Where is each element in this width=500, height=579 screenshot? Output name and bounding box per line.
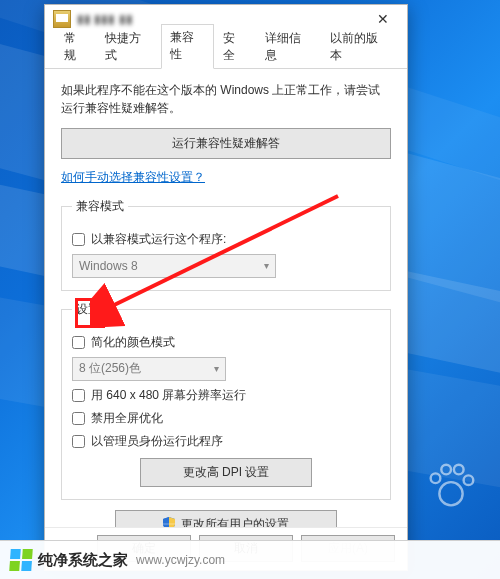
settings-group: 设置 简化的颜色模式 8 位(256)色 ▾ 用 640 x 480 屏幕分辨率… xyxy=(61,301,391,500)
watermark-url: www.ycwjzy.com xyxy=(136,553,225,567)
tab-label: 常规 xyxy=(64,31,76,62)
tab-label: 以前的版本 xyxy=(330,31,378,62)
tab-compatibility[interactable]: 兼容性 xyxy=(161,24,214,69)
run-640x480-checkbox[interactable] xyxy=(72,389,85,402)
tab-body: 如果此程序不能在这个版本的 Windows 上正常工作，请尝试运行兼容性疑难解答… xyxy=(45,69,407,527)
tab-previous[interactable]: 以前的版本 xyxy=(321,25,398,69)
disable-fullscreen-checkbox[interactable] xyxy=(72,412,85,425)
run-troubleshooter-button[interactable]: 运行兼容性疑难解答 xyxy=(61,128,391,159)
uac-shield-icon xyxy=(163,517,175,527)
button-label: 更改高 DPI 设置 xyxy=(183,465,270,479)
run-640x480-label: 用 640 x 480 屏幕分辨率运行 xyxy=(91,387,246,404)
select-value: 8 位(256)色 xyxy=(79,360,141,377)
tab-label: 快捷方式 xyxy=(105,31,141,62)
change-all-users-button[interactable]: 更改所有用户的设置 xyxy=(115,510,337,527)
tab-details[interactable]: 详细信息 xyxy=(256,25,321,69)
properties-dialog: ▮▮ ▮▮▮ ▮▮ ✕ 常规 快捷方式 兼容性 安全 详细信息 以前的版本 如果… xyxy=(44,4,408,571)
tab-label: 详细信息 xyxy=(265,31,301,62)
reduced-color-checkbox[interactable] xyxy=(72,336,85,349)
run-as-admin-label: 以管理员身份运行此程序 xyxy=(91,433,223,450)
intro-text: 如果此程序不能在这个版本的 Windows 上正常工作，请尝试运行兼容性疑难解答… xyxy=(61,81,391,118)
tab-label: 安全 xyxy=(223,31,235,62)
color-mode-select[interactable]: 8 位(256)色 ▾ xyxy=(72,357,226,381)
disable-fullscreen-label: 禁用全屏优化 xyxy=(91,410,163,427)
compat-mode-legend: 兼容模式 xyxy=(72,198,128,215)
tab-shortcut[interactable]: 快捷方式 xyxy=(96,25,161,69)
compat-mode-label: 以兼容模式运行这个程序: xyxy=(91,231,226,248)
settings-legend: 设置 xyxy=(72,301,104,318)
tab-security[interactable]: 安全 xyxy=(214,25,255,69)
run-as-admin-checkbox[interactable] xyxy=(72,435,85,448)
button-label: 运行兼容性疑难解答 xyxy=(172,136,280,150)
chevron-down-icon: ▾ xyxy=(264,260,269,271)
link-label: 如何手动选择兼容性设置？ xyxy=(61,170,205,184)
tab-general[interactable]: 常规 xyxy=(55,25,96,69)
change-dpi-button[interactable]: 更改高 DPI 设置 xyxy=(140,458,312,487)
chevron-down-icon: ▾ xyxy=(214,363,219,374)
tab-label: 兼容性 xyxy=(170,30,194,61)
svg-rect-0 xyxy=(163,524,175,525)
select-value: Windows 8 xyxy=(79,259,138,273)
compat-mode-select[interactable]: Windows 8 ▾ xyxy=(72,254,276,278)
reduced-color-label: 简化的颜色模式 xyxy=(91,334,175,351)
compat-mode-checkbox[interactable] xyxy=(72,233,85,246)
button-label: 更改所有用户的设置 xyxy=(181,516,289,527)
compat-mode-group: 兼容模式 以兼容模式运行这个程序: Windows 8 ▾ xyxy=(61,198,391,291)
watermark-brand: 纯净系统之家 xyxy=(38,551,128,570)
manual-settings-link[interactable]: 如何手动选择兼容性设置？ xyxy=(61,169,205,186)
watermark-logo-icon xyxy=(9,549,33,571)
watermark-bar: 纯净系统之家 www.ycwjzy.com xyxy=(0,540,500,579)
tab-strip: 常规 快捷方式 兼容性 安全 详细信息 以前的版本 xyxy=(45,34,407,69)
